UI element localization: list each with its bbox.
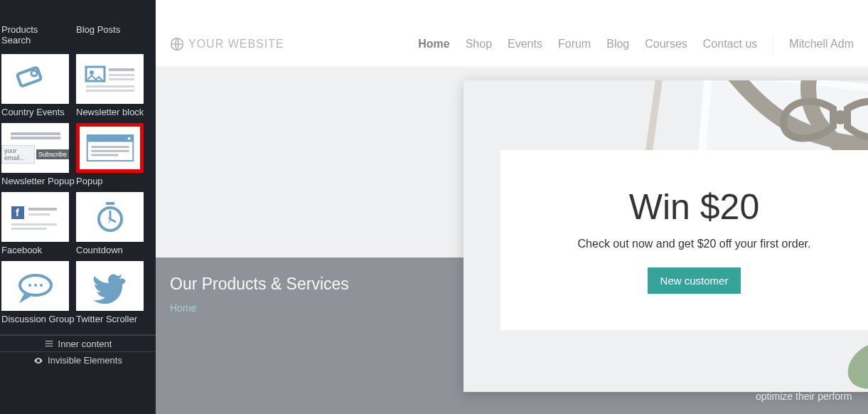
svg-rect-20 bbox=[11, 228, 47, 230]
invisible-elements-section[interactable]: Invisible Elements bbox=[0, 351, 156, 368]
svg-rect-17 bbox=[28, 208, 57, 211]
svg-rect-10 bbox=[87, 135, 133, 142]
svg-point-1 bbox=[31, 70, 37, 76]
block-facebook[interactable]: f Facebook bbox=[1, 192, 69, 255]
block-caption: Newsletter block bbox=[76, 107, 144, 117]
inner-content-section[interactable]: Inner content bbox=[0, 334, 156, 351]
eye-icon bbox=[33, 356, 43, 366]
block-popup[interactable]: Popup bbox=[76, 123, 144, 186]
svg-rect-0 bbox=[16, 67, 41, 86]
block-caption: Facebook bbox=[1, 245, 69, 255]
svg-point-26 bbox=[34, 284, 37, 287]
popup-title: Win $20 bbox=[629, 186, 759, 228]
invisible-elements-label: Invisible Elements bbox=[48, 355, 122, 366]
svg-point-27 bbox=[40, 284, 43, 287]
block-caption: Popup bbox=[76, 176, 144, 186]
block-caption: Discussion Group bbox=[1, 314, 69, 324]
svg-rect-14 bbox=[91, 154, 118, 156]
list-icon bbox=[44, 339, 54, 349]
svg-rect-7 bbox=[86, 85, 134, 87]
svg-rect-12 bbox=[91, 146, 129, 148]
blocks-sidebar: Products Search Blog Posts Country Event… bbox=[0, 0, 156, 414]
svg-point-11 bbox=[127, 137, 130, 140]
block-newsletter-popup[interactable]: your email... Subscribe Newsletter Popup bbox=[1, 123, 69, 186]
block-caption: Country Events bbox=[1, 107, 69, 117]
svg-point-25 bbox=[28, 284, 31, 287]
new-customer-button[interactable]: New customer bbox=[648, 267, 741, 294]
svg-rect-19 bbox=[11, 223, 57, 225]
block-label: Products Search bbox=[1, 24, 69, 46]
svg-rect-5 bbox=[109, 74, 134, 76]
popup-modal: × Win $20 Check out now and get $20 off … bbox=[464, 80, 868, 392]
svg-point-32 bbox=[833, 110, 847, 124]
block-country-events[interactable]: Country Events bbox=[1, 54, 69, 117]
svg-point-3 bbox=[90, 70, 94, 75]
block-caption: Countdown bbox=[76, 245, 144, 255]
svg-rect-8 bbox=[86, 90, 134, 92]
inner-content-label: Inner content bbox=[58, 339, 112, 349]
block-caption: Twitter Scroller bbox=[76, 314, 144, 324]
svg-text:f: f bbox=[16, 207, 19, 218]
svg-rect-4 bbox=[109, 68, 134, 71]
block-label-row: Products Search Blog Posts bbox=[0, 21, 156, 48]
block-twitter-scroller[interactable]: Twitter Scroller bbox=[76, 261, 144, 324]
svg-rect-6 bbox=[109, 78, 134, 80]
thumb-subscribe: Subscribe bbox=[36, 149, 69, 159]
block-newsletter-block[interactable]: Newsletter block bbox=[76, 54, 144, 117]
block-caption: Newsletter Popup bbox=[1, 176, 69, 186]
block-countdown[interactable]: 7 Countdown bbox=[76, 192, 144, 255]
block-discussion-group[interactable]: Discussion Group bbox=[1, 261, 69, 324]
svg-rect-21 bbox=[106, 202, 114, 205]
block-label: Blog Posts bbox=[76, 24, 120, 46]
svg-text:7: 7 bbox=[107, 217, 112, 225]
popup-subtitle: Check out now and get $20 off your first… bbox=[578, 238, 811, 250]
popup-card: Win $20 Check out now and get $20 off yo… bbox=[500, 150, 868, 330]
thumb-placeholder: your email... bbox=[1, 145, 35, 164]
svg-rect-18 bbox=[28, 213, 50, 216]
svg-rect-13 bbox=[91, 150, 129, 152]
website-preview: YOUR WEBSITE Home Shop Events Forum Blog… bbox=[156, 0, 868, 414]
